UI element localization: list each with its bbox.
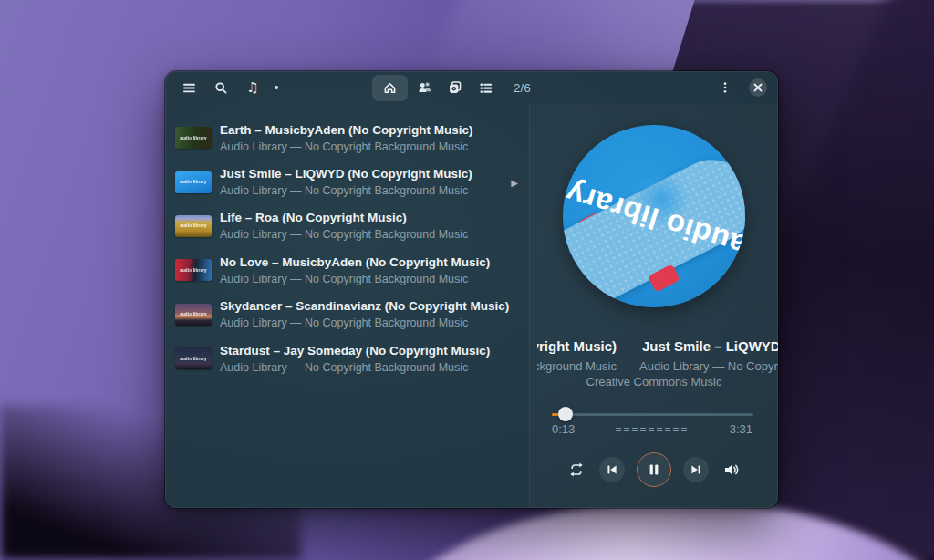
track-thumbnail: audio library	[175, 215, 212, 237]
now-playing-panel[interactable]: audio library Earth – MusicbyAden (No Co…	[529, 104, 778, 508]
next-track-button[interactable]	[683, 457, 709, 482]
track-thumbnail: audio library	[175, 304, 212, 326]
current-track-title: Just Smile – LiQWYD (No Copyright Music)	[642, 338, 778, 354]
headerbar-right-group	[712, 71, 767, 104]
track-subtitle: Audio Library — No Copyright Background …	[220, 272, 490, 287]
track-row[interactable]: audio library Life – Roa (No Copyright M…	[165, 204, 529, 248]
track-thumbnail: audio library	[175, 259, 212, 281]
playlist-icon	[478, 80, 493, 96]
volume-icon	[722, 461, 741, 479]
window-content: audio library Earth – MusicbyAden (No Co…	[165, 104, 778, 508]
seek-handle[interactable]	[558, 407, 573, 421]
tab-home[interactable]	[372, 75, 408, 101]
track-thumbnail: audio library	[175, 347, 212, 369]
track-title: Skydancer – Scandinavianz (No Copyright …	[220, 297, 509, 315]
seek-bar[interactable]	[552, 407, 753, 421]
track-thumbnail: audio library	[175, 127, 212, 149]
tab-albums[interactable]	[442, 75, 468, 100]
track-meta: Earth – MusicbyAden (No Copyright Music)…	[220, 121, 473, 155]
search-icon	[213, 80, 229, 96]
track-meta: Life – Roa (No Copyright Music) Audio Li…	[220, 209, 468, 243]
tab-artists[interactable]	[412, 75, 438, 100]
albums-icon	[447, 79, 463, 96]
previous-track-title-fragment: Earth – MusicbyAden (No Copyright Music)	[537, 338, 617, 357]
thumbnail-watermark: audio library	[180, 223, 207, 228]
header-bar: ♫	[165, 71, 778, 104]
track-subtitle: Audio Library — No Copyright Background …	[220, 316, 509, 331]
next-icon	[690, 463, 702, 476]
home-icon	[382, 80, 398, 96]
track-title: Earth – MusicbyAden (No Copyright Music)	[220, 121, 473, 139]
track-subtitle: Audio Library — No Copyright Background …	[220, 360, 490, 376]
main-menu-button[interactable]	[176, 75, 202, 100]
track-title: Life – Roa (No Copyright Music)	[220, 209, 468, 226]
album-art: audio library	[563, 125, 745, 307]
thumbnail-watermark: audio library	[180, 180, 207, 184]
artists-icon	[417, 79, 433, 96]
hamburger-icon	[182, 80, 197, 96]
track-thumbnail: audio library	[175, 171, 212, 193]
volume-button[interactable]	[721, 459, 742, 481]
tab-playlist[interactable]	[472, 75, 498, 100]
status-dot	[275, 86, 278, 89]
time-row: 0:13 ========= 3:31	[552, 422, 752, 436]
track-subtitle: Audio Library — No Copyright Background …	[220, 227, 468, 243]
music-file-button[interactable]: ♫	[240, 75, 265, 100]
pause-icon	[648, 463, 660, 476]
thumbnail-watermark: audio library	[180, 268, 207, 273]
track-meta: Skydancer – Scandinavianz (No Copyright …	[220, 297, 509, 331]
track-row[interactable]: audio library Just Smile – LiQWYD (No Co…	[165, 160, 529, 203]
current-track-subtitle: Audio Library — No Copyright Background …	[639, 359, 778, 373]
headerbar-left-group: ♫	[176, 71, 278, 104]
track-row[interactable]: audio library Stardust – Jay Someday (No…	[165, 337, 529, 380]
repeat-icon	[567, 461, 586, 479]
search-button[interactable]	[208, 75, 234, 100]
transport-controls	[530, 452, 778, 487]
track-subtitle: Audio Library — No Copyright Background …	[220, 183, 472, 199]
track-row[interactable]: audio library Earth – MusicbyAden (No Co…	[165, 116, 529, 160]
track-title: No Love – MusicbyAden (No Copyright Musi…	[220, 254, 490, 271]
track-list-panel: audio library Earth – MusicbyAden (No Co…	[165, 104, 529, 508]
track-list: audio library Earth – MusicbyAden (No Co…	[165, 116, 529, 380]
previous-track-button[interactable]	[599, 457, 625, 482]
track-row[interactable]: audio library No Love – MusicbyAden (No …	[165, 248, 529, 292]
track-license: Creative Commons Music	[530, 375, 778, 389]
play-pause-button[interactable]	[637, 452, 671, 487]
track-meta: Just Smile – LiQWYD (No Copyright Music)…	[220, 165, 472, 199]
kebab-menu-icon	[718, 80, 732, 95]
seek-track[interactable]	[552, 413, 753, 416]
queue-position-indicator: 2/6	[514, 81, 531, 95]
music-player-window: ♫	[165, 71, 778, 508]
playing-indicator-icon: ▶	[511, 177, 518, 187]
repeat-button[interactable]	[566, 459, 587, 481]
track-meta: Stardust – Jay Someday (No Copyright Mus…	[220, 342, 490, 376]
track-row[interactable]: audio library Skydancer – Scandinavianz …	[165, 293, 529, 337]
cache-indicator: =========	[615, 423, 689, 436]
thumbnail-watermark: audio library	[180, 312, 207, 316]
track-title: Just Smile – LiQWYD (No Copyright Music)	[220, 165, 472, 182]
thumbnail-watermark: audio library	[180, 357, 207, 361]
thumbnail-watermark: audio library	[180, 136, 207, 140]
close-button[interactable]	[749, 78, 767, 97]
view-switcher: 2/6	[372, 71, 531, 104]
previous-track-subtitle-fragment: Audio Library — No Copyright Background …	[537, 359, 617, 376]
previous-icon	[606, 463, 618, 476]
elapsed-time: 0:13	[552, 422, 575, 436]
kebab-menu-button[interactable]	[712, 75, 738, 100]
track-meta: No Love – MusicbyAden (No Copyright Musi…	[220, 254, 490, 287]
close-icon	[753, 83, 763, 92]
total-duration: 3:31	[730, 422, 752, 436]
music-note-icon: ♫	[246, 81, 258, 95]
track-title: Stardust – Jay Someday (No Copyright Mus…	[220, 342, 490, 359]
track-subtitle: Audio Library — No Copyright Background …	[220, 140, 473, 155]
